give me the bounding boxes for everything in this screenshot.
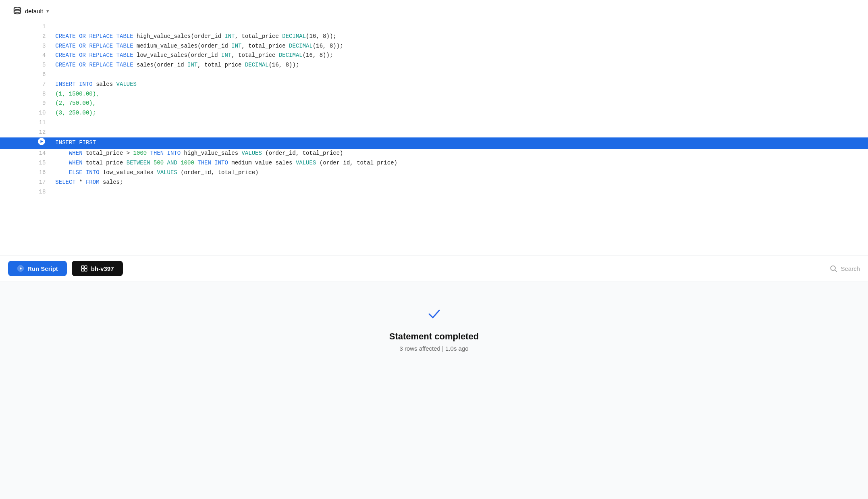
line-number-4: 4	[0, 51, 52, 60]
line-content-14[interactable]: WHEN total_price > 1000 THEN INTO high_v…	[52, 149, 868, 158]
line-content-3[interactable]: CREATE OR REPLACE TABLE medium_value_sal…	[52, 42, 868, 51]
code-line-5: 5CREATE OR REPLACE TABLE sales(order_id …	[0, 60, 868, 70]
line-number-18: 18	[0, 187, 52, 197]
code-line-1: 1	[0, 22, 868, 32]
line-number-6: 6	[0, 70, 52, 80]
code-line-4: 4CREATE OR REPLACE TABLE low_value_sales…	[0, 51, 868, 60]
run-script-button[interactable]: Run Script	[8, 261, 67, 276]
line-number-11: 11	[0, 118, 52, 128]
line-content-5[interactable]: CREATE OR REPLACE TABLE sales(order_id I…	[52, 60, 868, 70]
database-selector[interactable]: default ▾	[8, 4, 54, 18]
line-content-15[interactable]: WHEN total_price BETWEEN 500 AND 1000 TH…	[52, 158, 868, 168]
svg-point-0	[14, 7, 21, 10]
code-line-17: 17SELECT * FROM sales;	[0, 178, 868, 187]
code-line-10: 10(3, 250.00);	[0, 108, 868, 118]
line-content-11[interactable]	[52, 118, 868, 128]
chevron-down-icon: ▾	[46, 8, 49, 14]
line-number-10: 10	[0, 108, 52, 118]
line-content-8[interactable]: (1, 1500.00),	[52, 89, 868, 99]
svg-line-8	[835, 270, 837, 272]
svg-rect-5	[81, 269, 84, 271]
code-line-12: 12	[0, 128, 868, 137]
line-number-16: 16	[0, 168, 52, 178]
line-number-14: 14	[0, 149, 52, 158]
line-number-9: 9	[0, 99, 52, 108]
code-line-9: 9(2, 750.00),	[0, 99, 868, 108]
search-area[interactable]: Search	[829, 264, 860, 272]
svg-rect-6	[85, 269, 87, 271]
db-name: default	[25, 8, 43, 15]
svg-rect-3	[81, 266, 84, 268]
code-line-2: 2CREATE OR REPLACE TABLE high_value_sale…	[0, 32, 868, 42]
line-content-4[interactable]: CREATE OR REPLACE TABLE low_value_sales(…	[52, 51, 868, 60]
code-editor[interactable]: 12CREATE OR REPLACE TABLE high_value_sal…	[0, 22, 868, 256]
run-icon	[17, 265, 24, 272]
success-checkmark	[426, 306, 442, 325]
result-area: Statement completed 3 rows affected | 1.…	[0, 281, 868, 499]
line-number-3: 3	[0, 42, 52, 51]
line-number-2: 2	[0, 32, 52, 42]
code-line-14: 14 WHEN total_price > 1000 THEN INTO hig…	[0, 149, 868, 158]
line-content-9[interactable]: (2, 750.00),	[52, 99, 868, 108]
line-number-12: 12	[0, 128, 52, 137]
line-number-5: 5	[0, 60, 52, 70]
line-number-7: 7	[0, 80, 52, 89]
result-title: Statement completed	[389, 331, 479, 342]
result-meta: 3 rows affected | 1.0s ago	[399, 345, 468, 352]
line-number-15: 15	[0, 158, 52, 168]
line-content-18[interactable]	[52, 187, 868, 197]
line-content-16[interactable]: ELSE INTO low_value_sales VALUES (order_…	[52, 168, 868, 178]
code-line-8: 8(1, 1500.00),	[0, 89, 868, 99]
line-number-8: 8	[0, 89, 52, 99]
code-line-7: 7INSERT INTO sales VALUES	[0, 80, 868, 89]
line-content-12[interactable]	[52, 128, 868, 137]
svg-point-7	[831, 266, 836, 270]
toolbar: Run Script bh-v397 Search	[0, 256, 868, 281]
search-icon	[829, 264, 837, 272]
line-content-2[interactable]: CREATE OR REPLACE TABLE high_value_sales…	[52, 32, 868, 42]
code-line-15: 15 WHEN total_price BETWEEN 500 AND 1000…	[0, 158, 868, 168]
code-table: 12CREATE OR REPLACE TABLE high_value_sal…	[0, 22, 868, 197]
line-content-1[interactable]	[52, 22, 868, 32]
database-icon	[13, 6, 22, 15]
version-label: bh-v397	[91, 265, 114, 272]
line-number-1: 1	[0, 22, 52, 32]
line-content-17[interactable]: SELECT * FROM sales;	[52, 178, 868, 187]
line-content-10[interactable]: (3, 250.00);	[52, 108, 868, 118]
code-line-16: 16 ELSE INTO low_value_sales VALUES (ord…	[0, 168, 868, 178]
line-content-7[interactable]: INSERT INTO sales VALUES	[52, 80, 868, 89]
run-script-label: Run Script	[27, 265, 58, 272]
version-button[interactable]: bh-v397	[72, 261, 123, 276]
search-label: Search	[841, 265, 860, 272]
line-number-13	[0, 137, 52, 149]
line-content-6[interactable]	[52, 70, 868, 80]
code-line-18: 18	[0, 187, 868, 197]
code-line-6: 6	[0, 70, 868, 80]
version-icon	[81, 265, 88, 272]
play-icon	[37, 137, 46, 146]
header: default ▾	[0, 0, 868, 22]
svg-rect-4	[85, 266, 87, 268]
line-content-13[interactable]: INSERT FIRST	[52, 137, 868, 149]
code-line-3: 3CREATE OR REPLACE TABLE medium_value_sa…	[0, 42, 868, 51]
code-line-13: INSERT FIRST	[0, 137, 868, 149]
code-line-11: 11	[0, 118, 868, 128]
line-number-17: 17	[0, 178, 52, 187]
